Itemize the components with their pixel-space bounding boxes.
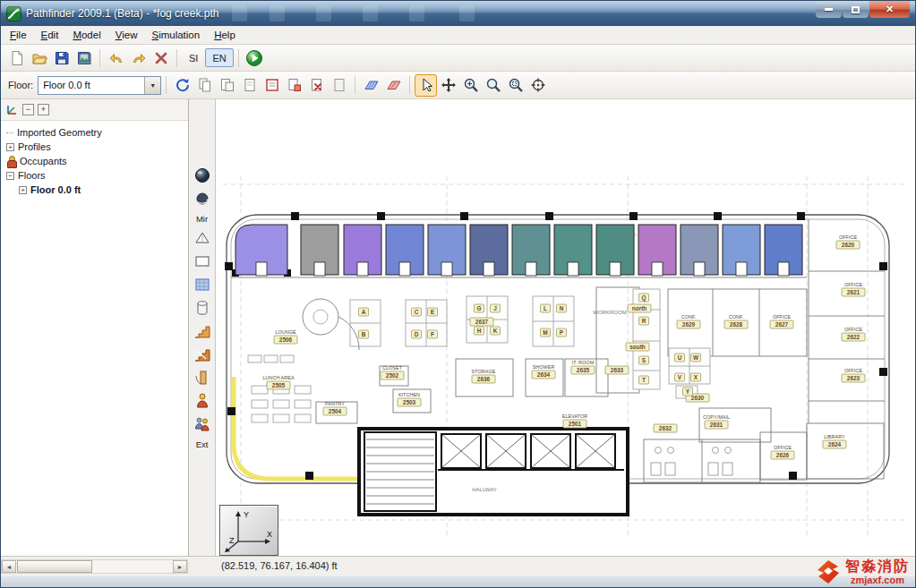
menu-simulation[interactable]: Simulation [144, 28, 207, 42]
stairs-tool-button[interactable] [193, 323, 212, 343]
room-tag-label: south [629, 344, 646, 350]
tree-horizontal-scrollbar[interactable]: ◄ ► [1, 559, 188, 574]
room-caption: OFFICE [844, 368, 862, 373]
tree-item-profiles[interactable]: +Profiles [3, 140, 186, 154]
tree-item-label: Imported Geometry [17, 127, 102, 138]
title-bar[interactable]: Pathfinder 2009.1 (Beta) - *fog creek.pt… [1, 1, 915, 26]
maximize-button[interactable] [843, 1, 869, 18]
expander-icon[interactable]: − [6, 172, 14, 180]
orbit-button[interactable] [193, 191, 212, 210]
extrude-label[interactable]: Ext [196, 439, 209, 452]
new-file-button[interactable] [5, 47, 28, 69]
redo-icon [131, 50, 147, 66]
room-tag-label: 2636 [477, 376, 491, 382]
new-floor-button[interactable] [238, 74, 261, 97]
toolbar-separator [176, 49, 177, 67]
si-units-button[interactable]: SI [182, 48, 205, 67]
copy-floor-button[interactable] [193, 74, 216, 97]
minimize-button[interactable] [816, 1, 842, 18]
reset-view-button[interactable] [171, 74, 193, 97]
menu-edit[interactable]: Edit [34, 28, 66, 42]
menu-help[interactable]: Help [207, 28, 243, 42]
axes-icon[interactable] [5, 103, 19, 116]
draw-slab-button[interactable] [360, 74, 382, 97]
tree-item-floors[interactable]: −Floors [3, 168, 186, 183]
menu-view[interactable]: View [108, 28, 145, 42]
zoom-in-button[interactable] [459, 74, 482, 97]
room-door-notch [736, 262, 747, 276]
collapse-all-button[interactable]: − [22, 104, 34, 115]
expander-icon[interactable]: + [6, 143, 14, 151]
run-simulation-button[interactable] [244, 47, 266, 69]
floor-pages-icon [287, 77, 303, 93]
room-tag-label: 2621 [847, 289, 860, 295]
cursor-coordinates: (82.519, 76.167, 16.404) ft [221, 560, 338, 571]
pan-tool-button[interactable] [437, 74, 459, 97]
room-tag-label: 2506 [279, 337, 293, 343]
occupant-tool-button[interactable] [193, 393, 212, 413]
select-tool-icon [418, 77, 434, 93]
main-toolbar: SI EN [1, 45, 915, 72]
scroll-right-icon[interactable]: ► [173, 560, 187, 573]
desk-tag-label: R [642, 318, 646, 324]
draw-hole-button[interactable] [382, 74, 405, 97]
escalator-tool-button[interactable] [193, 346, 212, 366]
floor-page-button[interactable] [328, 74, 350, 97]
occupant-group-tool-icon [193, 415, 211, 437]
zoom-extents-icon [508, 77, 524, 93]
desk-tag-label: M [543, 329, 547, 336]
toolbar-separator [409, 76, 410, 94]
axis-y-label: Y [244, 510, 249, 519]
tree-item-occupants[interactable]: Occupants [3, 154, 186, 168]
tree-item-imported-geometry[interactable]: Imported Geometry [3, 125, 186, 140]
floor-pages-button[interactable] [283, 74, 305, 97]
close-button[interactable]: ✕ [869, 1, 910, 18]
plan-text-label: WORKROOM [593, 310, 626, 315]
zoom-extents-button[interactable] [504, 74, 526, 97]
en-units-button[interactable]: EN [205, 48, 233, 67]
room-tag-label: 2630 [691, 395, 705, 401]
zoom-tool-button[interactable] [482, 74, 504, 97]
room-caption: ELEVATOR [562, 413, 587, 419]
expand-all-button[interactable]: + [38, 104, 49, 115]
tree-item-floor-0-0-ft[interactable]: +Floor 0.0 ft [3, 183, 186, 197]
elevator-core [359, 429, 628, 515]
app-window: Pathfinder 2009.1 (Beta) - *fog creek.pt… [0, 0, 916, 588]
toolbar-separator [99, 49, 100, 67]
room-tag-label: 2504 [329, 408, 342, 414]
wedge-tool-button[interactable] [193, 230, 212, 250]
expander-icon[interactable]: + [19, 186, 27, 194]
occupant-group-tool-button[interactable] [193, 416, 212, 436]
target-tool-button[interactable] [526, 74, 549, 97]
room-tag-label: 2626 [776, 452, 790, 458]
select-tool-button[interactable] [415, 74, 437, 97]
menu-file[interactable]: File [3, 28, 34, 42]
delete-floor-button[interactable] [305, 74, 328, 97]
slab-tool-button[interactable] [193, 277, 212, 296]
import-floor-button[interactable] [261, 74, 283, 97]
room-door-notch [694, 262, 705, 276]
mirror-label[interactable]: Mir [196, 214, 208, 226]
model-canvas[interactable]: OFFICE2620OFFICE2621OFFICE2622OFFICE2623… [216, 99, 915, 556]
open-file-button[interactable] [28, 47, 50, 69]
chevron-down-icon[interactable]: ▼ [144, 77, 160, 94]
scrollbar-thumb[interactable] [17, 560, 92, 573]
undo-icon [108, 50, 124, 66]
door-tool-button[interactable] [193, 370, 212, 389]
rectangle-tool-button[interactable] [193, 253, 212, 273]
floor-select[interactable]: Floor 0.0 ft ▼ [38, 76, 161, 95]
scroll-left-icon[interactable]: ◄ [2, 560, 16, 573]
save-image-button[interactable] [73, 47, 95, 69]
delete-button[interactable] [150, 47, 172, 69]
cylinder-tool-icon [193, 299, 211, 320]
duplicate-floor-button[interactable] [216, 74, 238, 97]
room-tag-label: 2628 [730, 321, 743, 328]
menu-model[interactable]: Model [65, 28, 107, 42]
redo-button[interactable] [127, 47, 150, 69]
floorplan-drawing[interactable]: OFFICE2620OFFICE2621OFFICE2622OFFICE2623… [216, 99, 915, 556]
undo-button[interactable] [105, 47, 127, 69]
cylinder-tool-button[interactable] [193, 300, 212, 320]
view-sphere-button[interactable] [193, 167, 212, 187]
room-caption: LUNCH AREA [262, 375, 294, 380]
save-button[interactable] [50, 47, 73, 69]
